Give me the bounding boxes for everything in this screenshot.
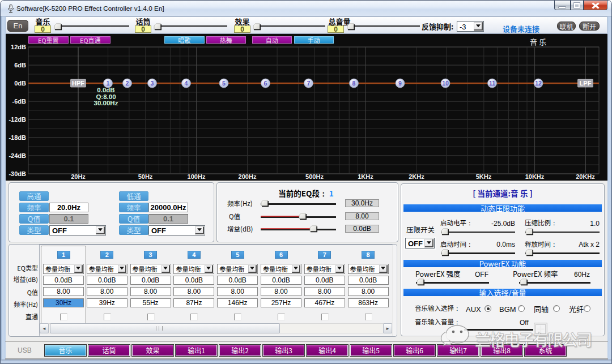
svg-text:30.00Hz: 30.00Hz xyxy=(94,100,118,106)
svg-text:12: 12 xyxy=(535,80,542,87)
svg-text:4: 4 xyxy=(185,80,188,87)
svg-text:LPF: LPF xyxy=(580,80,592,87)
svg-text:9: 9 xyxy=(398,80,402,87)
svg-text:1: 1 xyxy=(107,80,110,87)
svg-text:0.0dB: 0.0dB xyxy=(97,87,114,93)
svg-text:3: 3 xyxy=(151,80,154,87)
svg-text:11: 11 xyxy=(489,80,495,87)
svg-text:Q:8.00: Q:8.00 xyxy=(96,93,116,100)
svg-text:2: 2 xyxy=(126,80,129,87)
svg-text:5: 5 xyxy=(222,80,226,87)
svg-text:6: 6 xyxy=(264,80,267,87)
svg-text:HPF: HPF xyxy=(72,80,84,87)
svg-text:7: 7 xyxy=(307,80,311,87)
svg-text:10: 10 xyxy=(442,80,449,87)
svg-text:8: 8 xyxy=(352,80,356,87)
